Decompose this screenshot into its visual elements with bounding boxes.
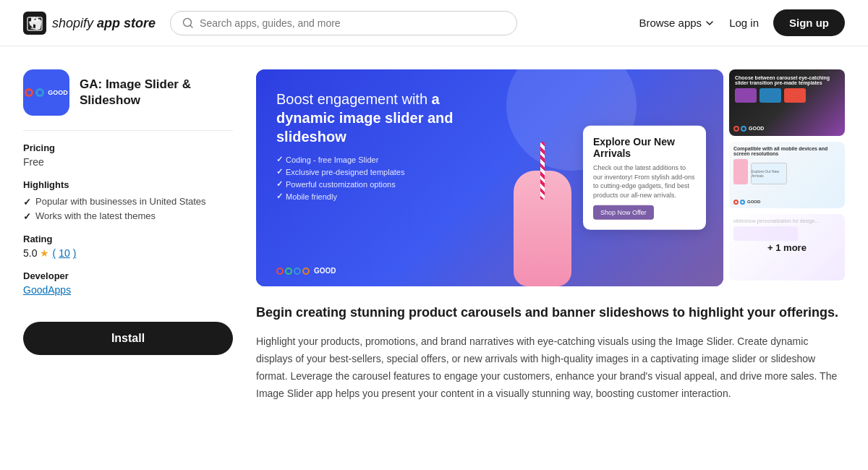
glb-circle-r bbox=[276, 268, 284, 275]
thumb-1-content: Choose between carousel eye-catching sli… bbox=[729, 69, 845, 136]
shopify-bag-icon bbox=[23, 12, 46, 35]
app-icon: GOOD bbox=[23, 69, 69, 116]
gallery-thumbnails: Choose between carousel eye-catching sli… bbox=[729, 69, 845, 286]
pricing-value: Free bbox=[23, 156, 233, 168]
thumbnail-1[interactable]: Choose between carousel eye-catching sli… bbox=[729, 69, 845, 136]
search-bar bbox=[170, 11, 517, 35]
sidebar-divider bbox=[23, 130, 233, 131]
rating-count-close[interactable]: ) bbox=[73, 247, 77, 259]
check-icon-1: ✓ bbox=[23, 197, 31, 208]
gallery-main-inner: Boost engagement with a dynamic image sl… bbox=[256, 69, 723, 286]
app-title: GA: Image Slider & Slideshow bbox=[80, 77, 233, 108]
features-list: Coding - free Image Slider Exclusive pre… bbox=[276, 155, 493, 201]
rating-row: 5.0 ★ (10) bbox=[23, 247, 233, 259]
glb-text: GOOD bbox=[314, 267, 336, 275]
login-button[interactable]: Log in bbox=[729, 17, 759, 29]
developer-section: Developer GoodApps bbox=[23, 270, 233, 296]
sidebar: GOOD GA: Image Slider & Slideshow Pricin… bbox=[23, 69, 233, 402]
developer-link[interactable]: GoodApps bbox=[23, 284, 71, 296]
search-icon bbox=[182, 17, 194, 29]
highlight-item-2: ✓ Works with the latest themes bbox=[23, 210, 233, 222]
product-card: Explore Our New Arrivals Check out the l… bbox=[583, 126, 706, 230]
developer-label: Developer bbox=[23, 270, 233, 281]
pricing-section: Pricing Free bbox=[23, 142, 233, 168]
header-right: Browse apps Log in Sign up bbox=[639, 9, 845, 36]
highlight-text-2: Works with the latest themes bbox=[35, 210, 156, 221]
description-title: Begin creating stunning product carousel… bbox=[256, 304, 845, 322]
search-input[interactable] bbox=[200, 17, 505, 29]
signup-button[interactable]: Sign up bbox=[773, 9, 845, 36]
rating-section: Rating 5.0 ★ (10) bbox=[23, 234, 233, 259]
product-card-title: Explore Our New Arrivals bbox=[593, 136, 696, 159]
highlight-text-1: Popular with businesses in United States bbox=[35, 196, 206, 207]
description-body: Highlight your products, promotions, and… bbox=[256, 333, 845, 402]
content-area: Boost engagement with a dynamic image sl… bbox=[256, 69, 845, 402]
rating-value: 5.0 bbox=[23, 247, 37, 259]
product-card-button[interactable]: Shop Now Offer bbox=[593, 205, 654, 220]
glb-circle-g bbox=[285, 268, 292, 275]
highlight-item-1: ✓ Popular with businesses in United Stat… bbox=[23, 196, 233, 208]
bottle-decoration bbox=[514, 171, 571, 286]
gallery: Boost engagement with a dynamic image sl… bbox=[256, 69, 845, 286]
rating-label: Rating bbox=[23, 234, 233, 244]
highlights-label: Highlights bbox=[23, 179, 233, 190]
pricing-label: Pricing bbox=[23, 142, 233, 153]
highlights-section: Highlights ✓ Popular with businesses in … bbox=[23, 179, 233, 222]
glb-circle-o bbox=[302, 268, 310, 275]
logo-good-text: GOOD bbox=[48, 89, 68, 96]
main-headline-area: Boost engagement with a dynamic image sl… bbox=[276, 90, 493, 201]
thumbnail-3[interactable]: + 1 more slideshow personalization for d… bbox=[729, 214, 845, 281]
logo[interactable]: shopify app store bbox=[23, 12, 156, 35]
header: shopify app store Browse apps Log in Sig… bbox=[0, 0, 868, 46]
rating-count-num[interactable]: 10 bbox=[59, 247, 70, 259]
thumbnail-2[interactable]: Compatible with all mobile devices and s… bbox=[729, 142, 845, 208]
feature-4: Mobile friendly bbox=[276, 192, 493, 201]
feature-3: Powerful customization options bbox=[276, 179, 493, 189]
app-header: GOOD GA: Image Slider & Slideshow bbox=[23, 69, 233, 116]
bottle-straw bbox=[540, 142, 545, 200]
logo-circle-blue bbox=[35, 88, 44, 97]
star-icon: ★ bbox=[40, 247, 49, 259]
browse-apps-button[interactable]: Browse apps bbox=[639, 17, 715, 29]
check-icon-2: ✓ bbox=[23, 211, 31, 222]
install-button[interactable]: Install bbox=[23, 322, 233, 355]
feature-1: Coding - free Image Slider bbox=[276, 155, 493, 164]
glb-circle-b bbox=[294, 268, 301, 275]
rating-count[interactable]: ( bbox=[52, 247, 56, 259]
main-headline: Boost engagement with a dynamic image sl… bbox=[276, 90, 479, 146]
logo-text: shopify app store bbox=[52, 17, 156, 30]
chevron-down-icon bbox=[705, 18, 715, 28]
thumb-2-content: Compatible with all mobile devices and s… bbox=[729, 142, 845, 208]
good-logo-bottom: GOOD bbox=[276, 267, 336, 275]
headline-regular: Boost engagement with bbox=[276, 91, 432, 107]
good-logo: GOOD bbox=[25, 88, 68, 97]
logo-circle-red bbox=[25, 88, 33, 97]
gallery-main-image[interactable]: Boost engagement with a dynamic image sl… bbox=[256, 69, 723, 286]
main-content: GOOD GA: Image Slider & Slideshow Pricin… bbox=[0, 46, 868, 425]
feature-2: Exclusive pre-designed templates bbox=[276, 167, 493, 176]
product-card-desc: Check out the latest additions to our in… bbox=[593, 163, 696, 200]
